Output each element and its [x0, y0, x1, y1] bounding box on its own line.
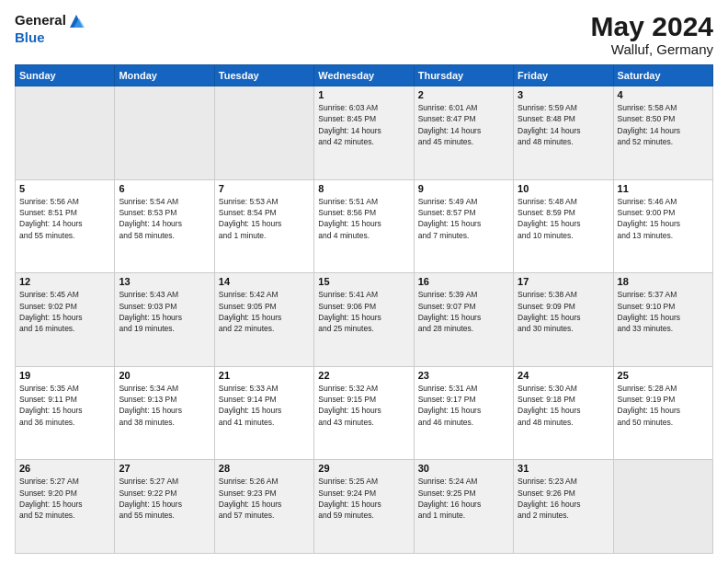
day-info: Sunrise: 5:33 AM Sunset: 9:14 PM Dayligh…	[219, 383, 310, 428]
calendar-cell: 20Sunrise: 5:34 AM Sunset: 9:13 PM Dayli…	[115, 366, 214, 460]
day-number: 21	[219, 370, 310, 381]
header: General Blue May 2024 Walluf, Germany	[15, 11, 713, 57]
day-info: Sunrise: 5:53 AM Sunset: 8:54 PM Dayligh…	[219, 196, 310, 241]
weekday-header: Tuesday	[214, 65, 313, 86]
day-info: Sunrise: 5:24 AM Sunset: 9:25 PM Dayligh…	[418, 476, 509, 521]
day-info: Sunrise: 5:46 AM Sunset: 9:00 PM Dayligh…	[618, 196, 709, 241]
calendar-table: SundayMondayTuesdayWednesdayThursdayFrid…	[15, 64, 713, 554]
logo: General Blue	[15, 11, 86, 46]
calendar-cell: 6Sunrise: 5:54 AM Sunset: 8:53 PM Daylig…	[115, 179, 214, 273]
day-info: Sunrise: 5:27 AM Sunset: 9:22 PM Dayligh…	[119, 476, 210, 521]
calendar-cell: 28Sunrise: 5:26 AM Sunset: 9:23 PM Dayli…	[214, 460, 313, 554]
calendar-cell: 16Sunrise: 5:39 AM Sunset: 9:07 PM Dayli…	[414, 273, 513, 367]
weekday-header: Wednesday	[314, 65, 414, 86]
day-info: Sunrise: 5:43 AM Sunset: 9:03 PM Dayligh…	[119, 289, 210, 334]
day-info: Sunrise: 5:38 AM Sunset: 9:09 PM Dayligh…	[518, 289, 609, 334]
day-number: 16	[418, 276, 509, 287]
calendar-cell: 29Sunrise: 5:25 AM Sunset: 9:24 PM Dayli…	[314, 460, 414, 554]
day-info: Sunrise: 5:37 AM Sunset: 9:10 PM Dayligh…	[618, 289, 709, 334]
calendar-week-row: 12Sunrise: 5:45 AM Sunset: 9:02 PM Dayli…	[16, 273, 713, 367]
logo-text: General	[15, 13, 66, 29]
calendar-cell	[115, 86, 214, 180]
day-number: 3	[518, 89, 609, 100]
day-info: Sunrise: 5:45 AM Sunset: 9:02 PM Dayligh…	[19, 289, 110, 334]
calendar-week-row: 5Sunrise: 5:56 AM Sunset: 8:51 PM Daylig…	[16, 179, 713, 273]
weekday-header: Sunday	[16, 65, 115, 86]
day-number: 1	[318, 89, 409, 100]
logo-icon	[66, 11, 86, 29]
day-number: 25	[618, 370, 709, 381]
calendar-cell	[214, 86, 313, 180]
day-info: Sunrise: 5:39 AM Sunset: 9:07 PM Dayligh…	[418, 289, 509, 334]
calendar-cell: 4Sunrise: 5:58 AM Sunset: 8:50 PM Daylig…	[613, 86, 712, 180]
day-number: 20	[119, 370, 210, 381]
logo-blue-text: Blue	[15, 29, 45, 45]
day-number: 9	[418, 183, 509, 194]
day-info: Sunrise: 6:03 AM Sunset: 8:45 PM Dayligh…	[318, 102, 409, 147]
calendar-cell: 18Sunrise: 5:37 AM Sunset: 9:10 PM Dayli…	[613, 273, 712, 367]
calendar-cell: 13Sunrise: 5:43 AM Sunset: 9:03 PM Dayli…	[115, 273, 214, 367]
page: General Blue May 2024 Walluf, Germany Su…	[0, 0, 728, 563]
day-number: 4	[618, 89, 709, 100]
weekday-header: Friday	[514, 65, 613, 86]
weekday-header: Monday	[115, 65, 214, 86]
calendar-cell: 15Sunrise: 5:41 AM Sunset: 9:06 PM Dayli…	[314, 273, 414, 367]
calendar-cell: 17Sunrise: 5:38 AM Sunset: 9:09 PM Dayli…	[514, 273, 613, 367]
calendar-cell	[613, 460, 712, 554]
day-number: 22	[318, 370, 409, 381]
day-number: 13	[119, 276, 210, 287]
calendar-cell: 12Sunrise: 5:45 AM Sunset: 9:02 PM Dayli…	[16, 273, 115, 367]
calendar-cell: 31Sunrise: 5:23 AM Sunset: 9:26 PM Dayli…	[514, 460, 613, 554]
day-info: Sunrise: 5:34 AM Sunset: 9:13 PM Dayligh…	[119, 383, 210, 428]
day-number: 11	[618, 183, 709, 194]
day-number: 27	[119, 463, 210, 474]
calendar-cell: 10Sunrise: 5:48 AM Sunset: 8:59 PM Dayli…	[514, 179, 613, 273]
title-block: May 2024 Walluf, Germany	[591, 11, 713, 57]
weekday-header: Thursday	[414, 65, 513, 86]
day-info: Sunrise: 5:51 AM Sunset: 8:56 PM Dayligh…	[318, 196, 409, 241]
day-info: Sunrise: 5:42 AM Sunset: 9:05 PM Dayligh…	[219, 289, 310, 334]
day-info: Sunrise: 5:23 AM Sunset: 9:26 PM Dayligh…	[518, 476, 609, 521]
day-info: Sunrise: 5:54 AM Sunset: 8:53 PM Dayligh…	[119, 196, 210, 241]
day-info: Sunrise: 5:31 AM Sunset: 9:17 PM Dayligh…	[418, 383, 509, 428]
day-number: 19	[19, 370, 110, 381]
day-number: 15	[318, 276, 409, 287]
day-number: 30	[418, 463, 509, 474]
day-number: 6	[119, 183, 210, 194]
calendar-cell: 27Sunrise: 5:27 AM Sunset: 9:22 PM Dayli…	[115, 460, 214, 554]
day-number: 10	[518, 183, 609, 194]
calendar-cell: 1Sunrise: 6:03 AM Sunset: 8:45 PM Daylig…	[314, 86, 414, 180]
day-number: 18	[618, 276, 709, 287]
day-number: 5	[19, 183, 110, 194]
day-number: 31	[518, 463, 609, 474]
day-number: 24	[518, 370, 609, 381]
calendar-cell: 19Sunrise: 5:35 AM Sunset: 9:11 PM Dayli…	[16, 366, 115, 460]
day-number: 12	[19, 276, 110, 287]
calendar-cell: 23Sunrise: 5:31 AM Sunset: 9:17 PM Dayli…	[414, 366, 513, 460]
day-info: Sunrise: 5:26 AM Sunset: 9:23 PM Dayligh…	[219, 476, 310, 521]
day-info: Sunrise: 5:56 AM Sunset: 8:51 PM Dayligh…	[19, 196, 110, 241]
calendar-cell: 3Sunrise: 5:59 AM Sunset: 8:48 PM Daylig…	[514, 86, 613, 180]
calendar-cell: 26Sunrise: 5:27 AM Sunset: 9:20 PM Dayli…	[16, 460, 115, 554]
day-number: 14	[219, 276, 310, 287]
calendar-cell: 2Sunrise: 6:01 AM Sunset: 8:47 PM Daylig…	[414, 86, 513, 180]
calendar-cell: 9Sunrise: 5:49 AM Sunset: 8:57 PM Daylig…	[414, 179, 513, 273]
weekday-header: Saturday	[613, 65, 712, 86]
calendar-cell	[16, 86, 115, 180]
calendar-cell: 24Sunrise: 5:30 AM Sunset: 9:18 PM Dayli…	[514, 366, 613, 460]
day-info: Sunrise: 5:35 AM Sunset: 9:11 PM Dayligh…	[19, 383, 110, 428]
calendar-cell: 21Sunrise: 5:33 AM Sunset: 9:14 PM Dayli…	[214, 366, 313, 460]
day-number: 29	[318, 463, 409, 474]
month-title: May 2024	[591, 11, 713, 41]
day-info: Sunrise: 5:58 AM Sunset: 8:50 PM Dayligh…	[618, 102, 709, 147]
day-number: 23	[418, 370, 509, 381]
day-info: Sunrise: 6:01 AM Sunset: 8:47 PM Dayligh…	[418, 102, 509, 147]
day-number: 28	[219, 463, 310, 474]
day-number: 8	[318, 183, 409, 194]
calendar-week-row: 26Sunrise: 5:27 AM Sunset: 9:20 PM Dayli…	[16, 460, 713, 554]
calendar-cell: 5Sunrise: 5:56 AM Sunset: 8:51 PM Daylig…	[16, 179, 115, 273]
day-info: Sunrise: 5:48 AM Sunset: 8:59 PM Dayligh…	[518, 196, 609, 241]
calendar-week-row: 19Sunrise: 5:35 AM Sunset: 9:11 PM Dayli…	[16, 366, 713, 460]
calendar-cell: 25Sunrise: 5:28 AM Sunset: 9:19 PM Dayli…	[613, 366, 712, 460]
day-info: Sunrise: 5:27 AM Sunset: 9:20 PM Dayligh…	[19, 476, 110, 521]
